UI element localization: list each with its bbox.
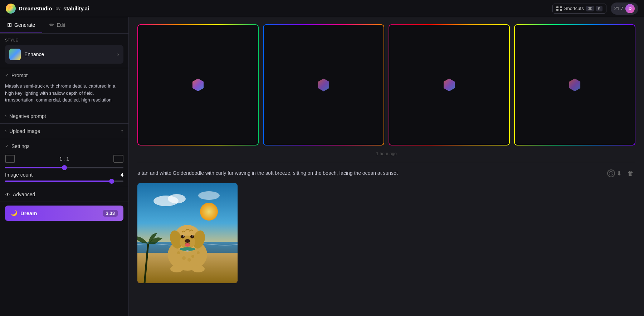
result-prompt-text: a tan and white Goldendoodle with curly …	[137, 170, 604, 177]
count-slider-fill	[5, 181, 112, 182]
svg-point-26	[177, 251, 180, 254]
count-slider-thumb[interactable]	[109, 179, 114, 184]
svg-point-0	[8, 6, 13, 11]
settings-chevron-icon: ✓	[5, 144, 9, 149]
chevron-right-icon: ›	[117, 51, 119, 58]
style-name: Enhance	[24, 51, 44, 57]
credits-badge: 21.7 D	[611, 3, 638, 15]
ar-value: 1 : 1	[59, 156, 69, 162]
svg-point-23	[185, 243, 190, 247]
content-area: 1 hour ago a tan and white Goldendoodle …	[129, 17, 644, 316]
svg-point-32	[192, 265, 205, 272]
ar-slider-thumb[interactable]	[62, 165, 67, 170]
kbd-k: K	[596, 6, 602, 11]
svg-rect-2	[560, 6, 562, 8]
image-count-value: 4	[121, 172, 123, 178]
credits-value: 21.7	[614, 6, 623, 11]
eye-icon: 👁	[5, 192, 10, 197]
upload-arrow-icon[interactable]: ↑	[121, 128, 123, 134]
image-count-section: Image count 4	[0, 168, 128, 183]
svg-point-30	[187, 258, 191, 262]
kbd-cmd: ⌘	[586, 6, 594, 11]
tab-edit-label: Edit	[57, 22, 65, 28]
result-prompt-row: a tan and white Goldendoodle with curly …	[137, 168, 635, 179]
settings-section: ✓ Settings 1 : 1	[0, 139, 128, 187]
sidebar-tabs: ⊞ Generate ✏ Edit	[0, 17, 128, 34]
prompt-chevron-icon: ✓	[5, 73, 9, 78]
advanced-section: 👁 Advanced	[0, 187, 128, 202]
delete-button[interactable]: 🗑	[626, 168, 635, 179]
app-name: DreamStudio	[19, 5, 52, 11]
dream-label: Dream	[20, 210, 37, 216]
generation-grid	[137, 24, 635, 145]
svg-point-27	[182, 256, 186, 260]
svg-point-9	[198, 191, 220, 200]
result-prompt-actions: ⬇ 🗑	[615, 168, 635, 179]
shortcuts-button[interactable]: Shortcuts ⌘ K	[552, 4, 606, 14]
svg-point-20	[190, 235, 194, 238]
upload-chevron-icon: ›	[5, 129, 6, 134]
edit-icon: ✏	[49, 21, 54, 28]
svg-point-8	[168, 194, 186, 203]
svg-point-28	[191, 255, 194, 258]
svg-rect-4	[560, 9, 562, 11]
prompt-label: Prompt	[11, 73, 28, 78]
svg-point-31	[170, 265, 183, 272]
gen-card-3	[389, 24, 510, 145]
shortcuts-label: Shortcuts	[564, 6, 584, 11]
style-label: Style	[5, 38, 123, 42]
aspect-ratio-slider[interactable]	[5, 167, 123, 168]
upload-section: › Upload image ↑	[0, 124, 128, 139]
logo-area: DreamStudio by stability.ai	[6, 4, 89, 14]
advanced-label: Advanced	[13, 192, 35, 197]
image-count-label: Image count	[5, 172, 33, 178]
tab-generate[interactable]: ⊞ Generate	[0, 17, 42, 33]
ar-slider-fill	[5, 167, 64, 168]
svg-point-6	[200, 203, 218, 221]
svg-rect-3	[556, 9, 558, 11]
app-header: DreamStudio by stability.ai Shortcuts ⌘ …	[0, 0, 644, 17]
settings-header[interactable]: ✓ Settings	[0, 139, 128, 152]
svg-point-29	[197, 251, 200, 254]
gen-card-1	[137, 24, 259, 145]
aspect-ratio-row: 1 : 1	[0, 152, 128, 166]
info-icon[interactable]: ⓘ	[607, 169, 615, 177]
advanced-header[interactable]: 👁 Advanced	[0, 187, 128, 202]
ar-left	[5, 155, 15, 163]
sidebar: ⊞ Generate ✏ Edit Style Enhance ›	[0, 17, 129, 316]
gen-card-2	[263, 24, 384, 145]
style-left: Enhance	[9, 49, 44, 60]
dream-cost: 3.33	[103, 210, 118, 217]
image-count-slider[interactable]	[5, 181, 123, 182]
app-logo	[6, 4, 16, 14]
header-right: Shortcuts ⌘ K 21.7 D	[552, 3, 638, 15]
dog-image	[137, 183, 238, 283]
result-prompt-left: a tan and white Goldendoodle with curly …	[137, 169, 615, 177]
style-thumbnail	[9, 49, 21, 60]
style-selector[interactable]: Enhance ›	[5, 45, 123, 64]
moon-icon: 🌙	[11, 210, 18, 216]
dream-left: 🌙 Dream	[11, 210, 37, 216]
prompt-text[interactable]: Massive semi-truck with chrome details, …	[0, 83, 128, 109]
svg-point-21	[183, 236, 184, 237]
upload-left: › Upload image	[5, 128, 40, 134]
company-name: stability.ai	[63, 5, 89, 11]
svg-point-22	[192, 236, 194, 237]
prompt-header[interactable]: ✓ Prompt	[0, 68, 128, 83]
by-text: by	[55, 6, 60, 11]
avatar: D	[625, 4, 635, 13]
ar-portrait-icon	[113, 155, 123, 163]
tab-generate-label: Generate	[14, 22, 35, 28]
negative-prompt-header[interactable]: › Negative prompt	[0, 109, 128, 123]
gen-card-4	[514, 24, 635, 145]
svg-point-19	[181, 235, 185, 238]
svg-point-25	[186, 250, 189, 252]
generate-icon: ⊞	[7, 21, 12, 28]
svg-rect-1	[556, 6, 558, 8]
tab-edit[interactable]: ✏ Edit	[42, 17, 72, 33]
download-button[interactable]: ⬇	[615, 168, 623, 179]
upload-header[interactable]: › Upload image ↑	[0, 124, 128, 139]
dream-button[interactable]: 🌙 Dream 3.33	[5, 206, 123, 221]
image-count-row: Image count 4	[5, 172, 123, 178]
style-section: Style Enhance ›	[0, 34, 128, 68]
